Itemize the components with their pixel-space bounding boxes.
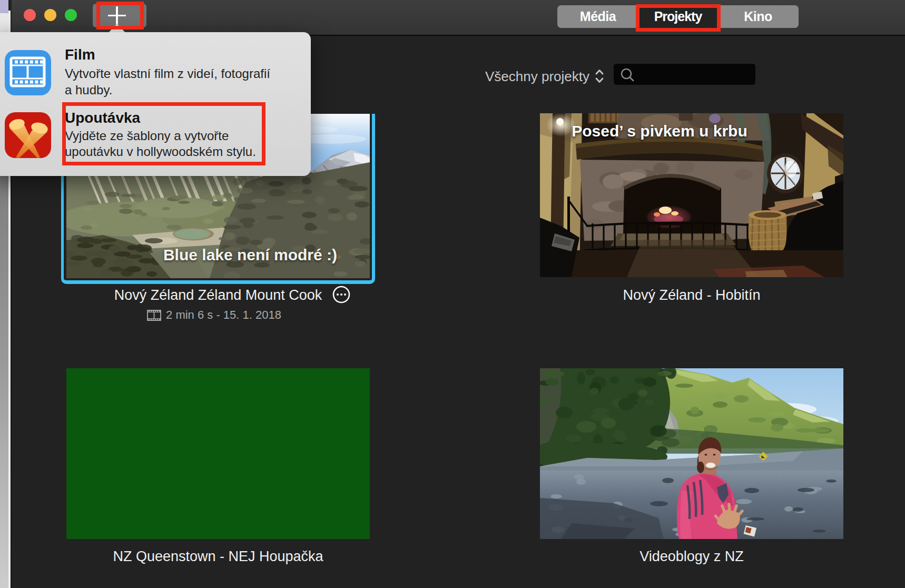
svg-text:Posed’ s pivkem u krbu: Posed’ s pivkem u krbu [572,122,747,140]
